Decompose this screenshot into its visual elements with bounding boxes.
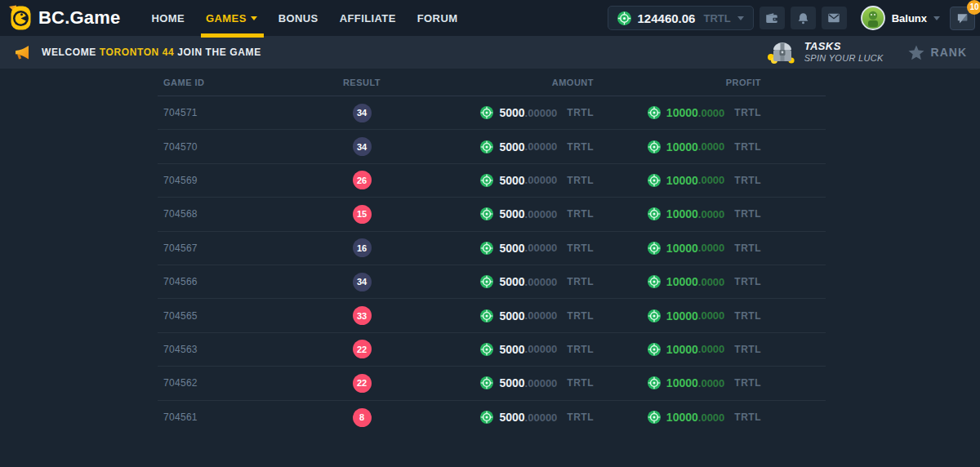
profit-integer: 10000 xyxy=(666,174,698,187)
profit-decimals: .0000 xyxy=(698,276,725,288)
banner-right: TASKS SPIN YOUR LUCK RANK xyxy=(767,40,969,64)
trtl-coin-icon xyxy=(480,140,493,153)
profit-cell: 10000.0000 TRTL xyxy=(594,106,761,119)
trtl-coin-icon xyxy=(648,242,661,255)
amount-currency: TRTL xyxy=(567,175,594,186)
bell-icon xyxy=(796,11,810,25)
profit-cell: 10000.0000 TRTL xyxy=(594,140,761,153)
table-row[interactable]: 704566 34 5000.00000 TRTL 10000.0000 TRT… xyxy=(158,265,826,299)
top-navbar: BC.Game HOME GAMES BONUS AFFILIATE FORUM… xyxy=(0,0,980,36)
game-id: 704567 xyxy=(158,242,321,254)
table-row[interactable]: 704567 16 5000.00000 TRTL 10000.0000 TRT… xyxy=(158,232,826,265)
profit-cell: 10000.0000 TRTL xyxy=(594,343,761,356)
amount-decimals: .00000 xyxy=(525,377,558,389)
profit-integer: 10000 xyxy=(666,275,698,288)
profit-cell: 10000.0000 TRTL xyxy=(594,207,761,220)
nav-link-affiliate[interactable]: AFFILIATE xyxy=(340,0,396,36)
welcome-message-group: WELCOME TORONTON 44 JOIN THE GAME xyxy=(11,42,261,62)
header-result: RESULT xyxy=(321,78,403,87)
table-row[interactable]: 704563 22 5000.00000 TRTL 10000.0000 TRT… xyxy=(158,333,826,367)
table-row[interactable]: 704571 34 5000.00000 TRTL 10000.0000 TRT… xyxy=(158,96,826,130)
balance-currency: TRTL xyxy=(703,12,730,24)
brand-name: BC.Game xyxy=(38,7,120,29)
profit-decimals: .0000 xyxy=(698,140,725,153)
profit-integer: 10000 xyxy=(666,106,698,119)
profit-decimals: .0000 xyxy=(698,242,725,254)
star-icon xyxy=(908,45,924,60)
profit-currency: TRTL xyxy=(734,377,761,389)
trtl-coin-icon xyxy=(480,106,493,119)
amount-cell: 5000.00000 TRTL xyxy=(403,376,594,389)
rank-link[interactable]: RANK xyxy=(908,45,967,60)
table-row[interactable]: 704562 22 5000.00000 TRTL 10000.0000 TRT… xyxy=(158,367,826,400)
result-badge: 22 xyxy=(353,374,372,393)
amount-decimals: .00000 xyxy=(525,208,558,220)
user-menu[interactable]: Balunx xyxy=(861,6,940,30)
balance-amount: 124460.06 xyxy=(638,11,696,25)
amount-integer: 5000 xyxy=(499,343,524,356)
nav-link-games[interactable]: GAMES xyxy=(206,0,257,36)
game-id: 704562 xyxy=(158,377,321,389)
treasure-chest-icon xyxy=(767,40,796,64)
profit-integer: 10000 xyxy=(666,376,698,389)
table-row[interactable]: 704565 33 5000.00000 TRTL 10000.0000 TRT… xyxy=(158,299,826,332)
nav-link-forum[interactable]: FORUM xyxy=(417,0,458,36)
profit-decimals: .0000 xyxy=(698,107,725,119)
chevron-down-icon xyxy=(737,16,744,20)
amount-currency: TRTL xyxy=(567,411,594,423)
trtl-coin-icon xyxy=(648,106,661,119)
profit-currency: TRTL xyxy=(734,276,761,287)
game-id: 704571 xyxy=(158,107,321,118)
balance-selector[interactable]: 124460.06 TRTL xyxy=(608,6,754,30)
profit-cell: 10000.0000 TRTL xyxy=(594,309,761,322)
result-badge: 34 xyxy=(353,104,372,122)
amount-decimals: .00000 xyxy=(525,309,558,322)
profit-cell: 10000.0000 TRTL xyxy=(594,411,761,424)
game-id: 704568 xyxy=(158,208,321,220)
game-id: 704570 xyxy=(158,141,321,153)
profit-integer: 10000 xyxy=(666,207,698,220)
amount-cell: 5000.00000 TRTL xyxy=(403,343,594,356)
profit-integer: 10000 xyxy=(666,242,698,255)
profit-decimals: .0000 xyxy=(698,309,725,322)
welcomed-username: TORONTON 44 xyxy=(100,47,175,58)
table-row[interactable]: 704561 8 5000.00000 TRTL 10000.0000 TRTL xyxy=(158,401,826,434)
header-amount: AMOUNT xyxy=(403,78,594,87)
avatar xyxy=(861,6,885,30)
table-row[interactable]: 704569 26 5000.00000 TRTL 10000.0000 TRT… xyxy=(158,164,826,198)
wallet-button[interactable] xyxy=(760,7,785,29)
game-id: 704561 xyxy=(158,411,321,423)
tasks-link[interactable]: TASKS SPIN YOUR LUCK xyxy=(767,40,884,64)
trtl-coin-icon xyxy=(648,411,661,424)
amount-decimals: .00000 xyxy=(525,107,558,119)
amount-cell: 5000.00000 TRTL xyxy=(403,106,594,119)
trtl-coin-icon xyxy=(648,140,661,153)
amount-decimals: .00000 xyxy=(525,140,558,153)
table-row[interactable]: 704568 15 5000.00000 TRTL 10000.0000 TRT… xyxy=(158,198,826,231)
nav-link-bonus[interactable]: BONUS xyxy=(278,0,318,36)
result-badge: 33 xyxy=(353,306,372,325)
profit-cell: 10000.0000 TRTL xyxy=(594,242,761,255)
nav-link-home[interactable]: HOME xyxy=(151,0,185,36)
header-game-id: GAME ID xyxy=(158,78,321,87)
notifications-button[interactable] xyxy=(791,7,816,29)
brand-logo[interactable]: BC.Game xyxy=(7,5,120,32)
game-id: 704565 xyxy=(158,310,321,322)
profit-decimals: .0000 xyxy=(698,411,725,424)
table-row[interactable]: 704570 34 5000.00000 TRTL 10000.0000 TRT… xyxy=(158,130,826,163)
messages-button[interactable] xyxy=(822,7,847,29)
result-badge: 16 xyxy=(353,238,372,257)
amount-currency: TRTL xyxy=(567,377,594,389)
game-id: 704566 xyxy=(158,276,321,287)
bcgame-logo-icon xyxy=(7,5,32,32)
amount-currency: TRTL xyxy=(567,276,594,287)
result-badge: 34 xyxy=(353,137,372,156)
amount-cell: 5000.00000 TRTL xyxy=(403,242,594,255)
result-badge: 8 xyxy=(353,408,372,427)
chat-unread-badge: 10 xyxy=(967,0,980,15)
chat-button[interactable]: 10 xyxy=(950,7,975,30)
result-badge: 26 xyxy=(353,171,372,189)
trtl-coin-icon xyxy=(480,275,493,288)
bets-table: GAME ID RESULT AMOUNT PROFIT 704571 34 5… xyxy=(158,69,826,434)
profit-currency: TRTL xyxy=(734,411,761,423)
